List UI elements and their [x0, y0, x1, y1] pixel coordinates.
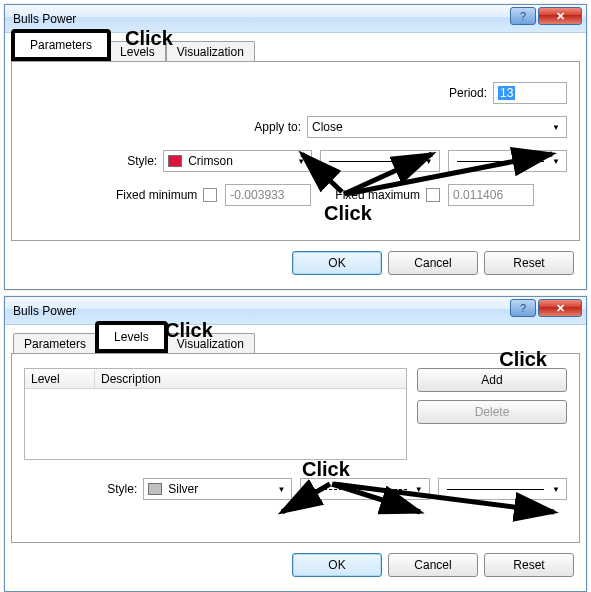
levels-table[interactable]: Level Description [24, 368, 407, 460]
fixed-min-checkbox[interactable] [203, 188, 217, 202]
fixed-min-label: Fixed minimum [116, 188, 197, 202]
cancel-button[interactable]: Cancel [388, 251, 478, 275]
dialog-buttons: OK Cancel Reset [11, 543, 580, 585]
style-color-select[interactable]: Crimson ▼ [163, 150, 312, 172]
tab-parameters[interactable]: Parameters [13, 31, 109, 59]
tab-visualization[interactable]: Visualization [166, 41, 255, 62]
titlebar[interactable]: Bulls Power ? ✕ [5, 5, 586, 33]
period-label: Period: [433, 86, 493, 100]
parameters-panel: Period: 13 Apply to: Close ▼ Style: [11, 61, 580, 241]
tab-visualization[interactable]: Visualization [166, 333, 255, 354]
apply-to-label: Apply to: [237, 120, 307, 134]
line-preview-icon [329, 161, 416, 162]
fixed-max-checkbox[interactable] [426, 188, 440, 202]
titlebar[interactable]: Bulls Power ? ✕ [5, 297, 586, 325]
tab-levels[interactable]: Levels [97, 323, 166, 351]
color-swatch-icon [168, 155, 182, 167]
levels-panel: Level Description Add Delete Style: Silv… [11, 353, 580, 543]
period-input[interactable]: 13 [493, 82, 567, 104]
style-line-select[interactable]: ▼ [320, 150, 439, 172]
close-button[interactable]: ✕ [538, 7, 582, 25]
line-preview-icon [457, 161, 544, 162]
fixed-min-input[interactable] [225, 184, 311, 206]
col-level[interactable]: Level [25, 370, 95, 388]
style-width-select[interactable]: ▼ [438, 478, 567, 500]
line-preview-icon [447, 489, 544, 490]
ok-button[interactable]: OK [292, 251, 382, 275]
tab-bar: Parameters Levels Visualization [13, 329, 580, 353]
style-color-name: Crimson [188, 154, 233, 168]
window-title: Bulls Power [13, 304, 76, 318]
help-button[interactable]: ? [510, 299, 536, 317]
chevron-down-icon: ▼ [293, 153, 309, 169]
dialog-bulls-power-parameters: Bulls Power ? ✕ Parameters Levels Visual… [4, 4, 587, 290]
chevron-down-icon: ▼ [548, 481, 564, 497]
ok-button[interactable]: OK [292, 553, 382, 577]
cancel-button[interactable]: Cancel [388, 553, 478, 577]
chevron-down-icon: ▼ [411, 481, 427, 497]
dialog-bulls-power-levels: Bulls Power ? ✕ Parameters Levels Visual… [4, 296, 587, 592]
fixed-max-input[interactable] [448, 184, 534, 206]
style-line-select[interactable]: ▼ [300, 478, 429, 500]
apply-to-value: Close [312, 120, 343, 134]
apply-to-select[interactable]: Close ▼ [307, 116, 567, 138]
fixed-max-label: Fixed maximum [335, 188, 420, 202]
add-button[interactable]: Add [417, 368, 567, 392]
levels-table-header: Level Description [25, 369, 406, 389]
reset-button[interactable]: Reset [484, 553, 574, 577]
style-width-select[interactable]: ▼ [448, 150, 567, 172]
tab-bar: Parameters Levels Visualization [13, 37, 580, 61]
style-label: Style: [24, 154, 163, 168]
close-button[interactable]: ✕ [538, 299, 582, 317]
chevron-down-icon: ▼ [421, 153, 437, 169]
style-color-select[interactable]: Silver ▼ [143, 478, 292, 500]
chevron-down-icon: ▼ [548, 153, 564, 169]
window-title: Bulls Power [13, 12, 76, 26]
col-description[interactable]: Description [95, 370, 406, 388]
line-preview-icon [309, 489, 406, 490]
reset-button[interactable]: Reset [484, 251, 574, 275]
delete-button[interactable]: Delete [417, 400, 567, 424]
style-label: Style: [24, 482, 143, 496]
tab-parameters[interactable]: Parameters [13, 333, 97, 354]
style-color-name: Silver [168, 482, 198, 496]
color-swatch-icon [148, 483, 162, 495]
dialog-buttons: OK Cancel Reset [11, 241, 580, 283]
chevron-down-icon: ▼ [548, 119, 564, 135]
chevron-down-icon: ▼ [273, 481, 289, 497]
help-button[interactable]: ? [510, 7, 536, 25]
tab-levels[interactable]: Levels [109, 41, 166, 62]
